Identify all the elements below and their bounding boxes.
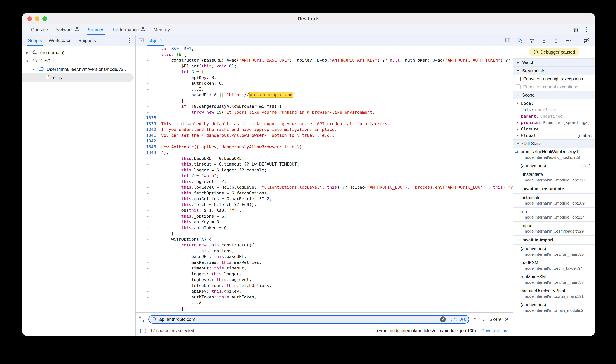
gutter-marker[interactable]: - bbox=[136, 184, 160, 190]
gutter-marker[interactable]: - bbox=[136, 236, 160, 242]
code-line[interactable]: - o9(this, $F1, Xs0, "f"), bbox=[136, 208, 513, 213]
code-line[interactable]: - authToken: this.authToken, bbox=[136, 294, 513, 300]
gutter-marker[interactable]: - bbox=[136, 219, 160, 225]
call-stack-frame[interactable]: _instantiatenode:internal/m…module_job:1… bbox=[513, 170, 595, 184]
gutter-marker[interactable]: - bbox=[136, 75, 160, 81]
gutter-marker[interactable]: - bbox=[136, 173, 160, 179]
panel-tab-network[interactable]: Network bbox=[52, 24, 84, 35]
navigator-tab-snippets[interactable]: Snippets bbox=[75, 35, 99, 46]
code-line[interactable]: - timeout: this.timeout, bbox=[136, 265, 513, 271]
editor-tab-clijs[interactable]: cli.js × bbox=[145, 35, 166, 46]
panel-tab-sources[interactable]: Sources bbox=[84, 24, 109, 35]
gutter-marker[interactable]: - bbox=[136, 242, 160, 248]
navigator-tab-workspace[interactable]: Workspace bbox=[45, 35, 75, 46]
code-line[interactable]: - fetchOptions: this.fetchOptions, bbox=[136, 283, 513, 289]
code-line[interactable]: 1339This is disabled by default, as it r… bbox=[136, 121, 513, 127]
gutter-marker[interactable]: - bbox=[136, 69, 160, 75]
scope-variable-parent[interactable]: parent: undefined bbox=[513, 113, 595, 119]
section-scope[interactable]: ▼ Scope bbox=[513, 91, 595, 99]
gutter-marker[interactable]: - bbox=[136, 277, 160, 283]
code-line[interactable]: - constructor({baseURL: A=ao("ANTHROPIC_… bbox=[136, 57, 513, 63]
gutter-marker[interactable]: 1338 bbox=[136, 115, 160, 121]
code-line[interactable]: - $F1.set(this, void 0); bbox=[136, 63, 513, 69]
gutter-marker[interactable]: - bbox=[136, 294, 160, 300]
section-call-stack[interactable]: ▼ Call Stack bbox=[513, 139, 595, 148]
main-menu-kebab-icon[interactable]: ⋮ bbox=[584, 26, 589, 33]
code-line[interactable]: - } bbox=[136, 312, 513, 312]
gutter-marker[interactable]: - bbox=[136, 179, 160, 185]
code-line[interactable]: - this.logger = G.logger ?? console; bbox=[136, 167, 513, 173]
code-line[interactable]: 1338 bbox=[136, 115, 513, 121]
gutter-marker[interactable]: - bbox=[136, 80, 160, 86]
gutter-marker[interactable]: - bbox=[136, 225, 160, 231]
code-line[interactable]: - let Z = "warn"; bbox=[136, 173, 513, 179]
section-breakpoints[interactable]: ▼ Breakpoints bbox=[513, 67, 595, 75]
tree-item-file-[interactable]: ▼file:// bbox=[22, 57, 135, 65]
next-match-button[interactable]: ⌄ bbox=[481, 317, 486, 322]
gutter-marker[interactable]: - bbox=[136, 288, 160, 294]
gutter-marker[interactable]: - bbox=[136, 254, 160, 260]
code-line[interactable]: - return new this.constructor({ bbox=[136, 242, 513, 248]
call-stack-frame[interactable]: loadESMnode:internal/p…/esm_loader:34 bbox=[513, 259, 595, 273]
gutter-marker[interactable]: - bbox=[136, 213, 160, 219]
gutter-marker[interactable]: 1343 bbox=[136, 144, 160, 150]
gutter-marker[interactable]: - bbox=[136, 283, 160, 289]
code-line[interactable]: - apiKey: this.apiKey, bbox=[136, 288, 513, 294]
scope-variable-promise[interactable]: ▶promise: Promise {<pending>} bbox=[513, 119, 595, 126]
code-line[interactable]: - this.timeout = G.timeout ?? Lw.DEFAULT… bbox=[136, 161, 513, 167]
code-line[interactable]: 1342 bbox=[136, 138, 513, 144]
close-search-icon[interactable]: ✕ bbox=[504, 316, 509, 323]
tree-item--no-domain-[interactable]: ▶(no domain) bbox=[22, 49, 135, 57]
code-line[interactable]: - apiKey: B, bbox=[136, 75, 513, 81]
gutter-marker[interactable]: - bbox=[136, 190, 160, 196]
gutter-marker[interactable]: - bbox=[136, 46, 160, 52]
code-line[interactable]: 1341you can set the \`dangerouslyAllowBr… bbox=[136, 132, 513, 138]
code-line[interactable]: - this._options = G, bbox=[136, 213, 513, 219]
scope-section-local[interactable]: ▼Local bbox=[513, 100, 595, 106]
gutter-marker[interactable]: - bbox=[136, 167, 160, 173]
code-line[interactable]: - let G = { bbox=[136, 69, 513, 75]
panel-tab-memory[interactable]: Memory bbox=[149, 24, 174, 35]
gutter-marker[interactable]: - bbox=[136, 265, 160, 271]
gutter-marker[interactable]: - bbox=[136, 52, 160, 58]
breakpoint-option[interactable]: Pause on uncaught exceptions bbox=[513, 75, 595, 83]
code-line[interactable]: - }) bbox=[136, 306, 513, 312]
hide-navigator-icon[interactable] bbox=[138, 37, 144, 44]
step-out-icon[interactable] bbox=[553, 37, 559, 44]
gutter-marker[interactable]: - bbox=[136, 109, 160, 115]
close-tab-icon[interactable]: × bbox=[160, 38, 163, 43]
gutter-marker[interactable]: - bbox=[136, 104, 160, 109]
code-line[interactable]: - ...I, bbox=[136, 86, 513, 92]
code-line[interactable]: - maxRetries: this.maxRetries, bbox=[136, 260, 513, 266]
panel-tab-console[interactable]: Console bbox=[27, 24, 52, 35]
code-line[interactable]: - withOptions(A) { bbox=[136, 236, 513, 242]
pretty-print-icon[interactable]: { } bbox=[139, 328, 147, 334]
code-line[interactable]: - this.fetchOptions = G.fetchOptions, bbox=[136, 190, 513, 196]
search-input[interactable] bbox=[159, 317, 438, 322]
section-watch[interactable]: ▶ Watch bbox=[513, 58, 595, 67]
code-line[interactable]: - }; bbox=[136, 98, 513, 104]
resume-script-icon[interactable] bbox=[517, 37, 523, 44]
code-line[interactable]: - this.logLevel = Hc1(G.logLevel, "Clien… bbox=[136, 184, 513, 190]
gutter-marker[interactable]: - bbox=[136, 92, 160, 98]
code-line[interactable]: - this.apiKey = B, bbox=[136, 219, 513, 225]
find-replace-mode-icon[interactable]: AB bbox=[139, 315, 145, 324]
gutter-marker[interactable]: - bbox=[136, 300, 160, 306]
navigator-menu-kebab-icon[interactable]: ⋮ bbox=[126, 37, 132, 44]
call-stack-frame[interactable]: importnode:internal/m…esm/loader:329 bbox=[513, 221, 595, 236]
scope-section-closure[interactable]: ▶Closure bbox=[513, 126, 595, 132]
code-line[interactable]: - this.baseURL = G.baseURL, bbox=[136, 156, 513, 162]
code-line[interactable]: - if (!G.dangerouslyAllowBrowser && Ys0(… bbox=[136, 104, 513, 109]
gutter-marker[interactable]: - bbox=[136, 306, 160, 312]
code-line[interactable]: - throw new L9(`It looks like you're run… bbox=[136, 109, 513, 115]
show-debugger-sidebar-icon[interactable] bbox=[505, 37, 511, 44]
gutter-marker[interactable]: 1340 bbox=[136, 127, 160, 132]
gutter-marker[interactable]: - bbox=[136, 202, 160, 208]
previous-match-button[interactable]: ⌃ bbox=[473, 317, 477, 322]
call-stack-frame[interactable]: (anonymous)node:internal/m…main_module:2 bbox=[513, 301, 595, 315]
code-line[interactable]: - this.maxRetries = G.maxRetries ?? 2, bbox=[136, 196, 513, 202]
code-editor[interactable]: -var Xs0, $F1;-class $8 {- constructor({… bbox=[136, 46, 513, 312]
gutter-marker[interactable]: - bbox=[136, 156, 160, 162]
gutter-marker[interactable]: 1339 bbox=[136, 121, 160, 127]
gutter-marker[interactable]: - bbox=[136, 86, 160, 92]
